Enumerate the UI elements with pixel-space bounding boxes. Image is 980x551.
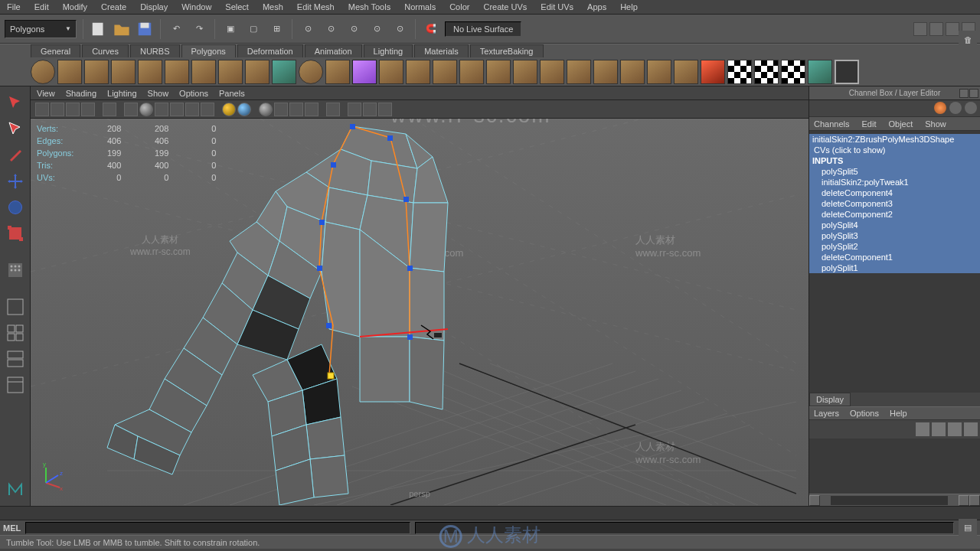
poly-helix-icon[interactable] bbox=[245, 60, 270, 84]
poly-cube-icon[interactable] bbox=[57, 60, 82, 84]
uv-editor-icon[interactable] bbox=[808, 60, 832, 84]
select-hier-icon[interactable]: ▣ bbox=[221, 20, 240, 38]
resolution-gate-icon[interactable] bbox=[326, 103, 340, 116]
poly-op11-icon[interactable] bbox=[647, 60, 671, 84]
snap-curve-icon[interactable]: ⊙ bbox=[322, 20, 340, 38]
bookmark-icon[interactable] bbox=[66, 103, 80, 116]
shaded-icon[interactable] bbox=[139, 103, 153, 116]
shelf-tab-materials[interactable]: Materials bbox=[414, 44, 469, 57]
menu-mesh[interactable]: Mesh bbox=[256, 1, 290, 13]
layer-new-icon[interactable] bbox=[916, 422, 929, 436]
scroll-left-icon[interactable] bbox=[809, 495, 820, 506]
viewport-3d[interactable]: 人人素材www.rr-sc.com 人人素材www.rr-sc.com 人人素材… bbox=[31, 119, 808, 506]
input-polysplit5[interactable]: polySplit5 bbox=[809, 166, 980, 177]
poly-type-icon[interactable] bbox=[272, 60, 296, 84]
layers-menu-options[interactable]: Options bbox=[850, 409, 879, 418]
menu-createuvs[interactable]: Create UVs bbox=[476, 1, 534, 13]
move-tool-icon[interactable] bbox=[3, 169, 28, 194]
panel-menu-shading[interactable]: Shading bbox=[66, 89, 96, 98]
menu-file[interactable]: File bbox=[0, 1, 28, 13]
uv-checker1-icon[interactable] bbox=[727, 60, 752, 84]
snap-live-icon[interactable]: ⊙ bbox=[390, 20, 409, 38]
poly-pyramid-icon[interactable] bbox=[191, 60, 216, 84]
snap-point-icon[interactable]: ⊙ bbox=[345, 20, 363, 38]
image-plane-icon[interactable] bbox=[81, 103, 95, 116]
menu-apps[interactable]: Apps bbox=[580, 1, 613, 13]
shelf-tab-animation[interactable]: Animation bbox=[305, 44, 362, 57]
cb-menu-channels[interactable]: Channels bbox=[814, 119, 849, 129]
menu-meshtools[interactable]: Mesh Tools bbox=[341, 1, 397, 13]
viewport20-icon[interactable] bbox=[237, 103, 251, 116]
layout-outliner-icon[interactable] bbox=[3, 373, 28, 397]
save-scene-icon[interactable] bbox=[136, 20, 154, 38]
shelf-tab-general[interactable]: General bbox=[31, 44, 80, 57]
poly-cone-icon[interactable] bbox=[111, 60, 136, 84]
poly-op2-icon[interactable] bbox=[406, 60, 430, 84]
scroll-right-icon[interactable] bbox=[959, 495, 969, 506]
layout-two-h-icon[interactable] bbox=[3, 347, 28, 371]
shelf-tab-lighting[interactable]: Lighting bbox=[364, 44, 413, 57]
shadows-icon[interactable] bbox=[201, 103, 214, 116]
poly-plat2-icon[interactable] bbox=[352, 60, 377, 84]
undo-icon[interactable]: ↶ bbox=[167, 20, 185, 38]
input-polysplit1[interactable]: polySplit1 bbox=[809, 262, 980, 273]
shelf-tab-nurbs[interactable]: NURBS bbox=[130, 44, 180, 57]
input-polysplit3[interactable]: polySplit3 bbox=[809, 230, 980, 241]
mel-input[interactable] bbox=[25, 522, 410, 534]
input-polysplit4[interactable]: polySplit4 bbox=[809, 220, 980, 230]
layer-down-icon[interactable] bbox=[948, 422, 962, 436]
scroll-right2-icon[interactable] bbox=[969, 495, 980, 506]
poly-op12-icon[interactable] bbox=[674, 60, 698, 84]
input-polytweak1[interactable]: initialSkin2:polyTweak1 bbox=[809, 177, 980, 187]
poly-op7-icon[interactable] bbox=[540, 60, 564, 84]
select-tool-icon[interactable] bbox=[3, 91, 28, 116]
make-live-icon[interactable]: 🧲 bbox=[422, 20, 440, 38]
snap-plane-icon[interactable]: ⊙ bbox=[368, 20, 386, 38]
uv-checker3-icon[interactable] bbox=[781, 60, 805, 84]
high-quality-icon[interactable] bbox=[222, 103, 236, 116]
layout-single-icon[interactable] bbox=[3, 295, 28, 319]
menu-edituvs[interactable]: Edit UVs bbox=[534, 1, 580, 13]
layers-menu-layers[interactable]: Layers bbox=[814, 409, 839, 418]
menu-create[interactable]: Create bbox=[94, 1, 133, 13]
input-deletecomp1[interactable]: deleteComponent1 bbox=[809, 252, 980, 262]
layer-up-icon[interactable] bbox=[932, 422, 946, 436]
hyper-icon[interactable] bbox=[965, 102, 977, 114]
menu-edit[interactable]: Edit bbox=[28, 1, 56, 13]
shelf-tab-curves[interactable]: Curves bbox=[82, 44, 129, 57]
poly-plat1-icon[interactable] bbox=[325, 60, 350, 84]
poly-sphere-icon[interactable] bbox=[31, 60, 55, 84]
poly-pipe-icon[interactable] bbox=[218, 60, 243, 84]
shape-name[interactable]: initialSkin2:ZBrushPolyMesh3DShape bbox=[809, 134, 980, 145]
isolate-icon[interactable] bbox=[259, 103, 273, 116]
last-tool-icon[interactable] bbox=[3, 258, 28, 282]
poly-op6-icon[interactable] bbox=[513, 60, 537, 84]
scale-tool-icon[interactable] bbox=[3, 221, 28, 246]
panel-menu-options[interactable]: Options bbox=[179, 89, 208, 98]
ipr-icon[interactable] bbox=[378, 103, 392, 116]
cb-menu-show[interactable]: Show bbox=[925, 119, 946, 129]
menu-display[interactable]: Display bbox=[133, 1, 175, 13]
layout-four-icon[interactable] bbox=[3, 321, 28, 345]
panel-menu-panels[interactable]: Panels bbox=[219, 89, 245, 98]
menu-modify[interactable]: Modify bbox=[56, 1, 94, 13]
poly-op8-icon[interactable] bbox=[567, 60, 591, 84]
xray-icon[interactable] bbox=[274, 103, 288, 116]
poly-plane-icon[interactable] bbox=[138, 60, 162, 84]
shelf-tab-deformation[interactable]: Deformation bbox=[237, 44, 303, 57]
render-icon[interactable] bbox=[363, 103, 377, 116]
close-icon[interactable] bbox=[969, 89, 978, 98]
uv-checker2-icon[interactable] bbox=[754, 60, 779, 84]
layout-icon[interactable] bbox=[913, 22, 927, 36]
lasso-tool-icon[interactable] bbox=[3, 117, 28, 142]
wireframe-icon[interactable] bbox=[124, 103, 138, 116]
poly-op10-icon[interactable] bbox=[620, 60, 645, 84]
camera-lock-icon[interactable] bbox=[51, 103, 64, 116]
poly-soccer-icon[interactable] bbox=[299, 60, 323, 84]
cb-menu-object[interactable]: Object bbox=[888, 119, 913, 129]
slider-icon[interactable] bbox=[949, 102, 962, 114]
lights-icon[interactable] bbox=[185, 103, 199, 116]
input-deletecomp4[interactable]: deleteComponent4 bbox=[809, 187, 980, 198]
shelf-trash-icon[interactable]: 🗑 bbox=[959, 31, 977, 49]
new-scene-icon[interactable] bbox=[90, 20, 108, 38]
